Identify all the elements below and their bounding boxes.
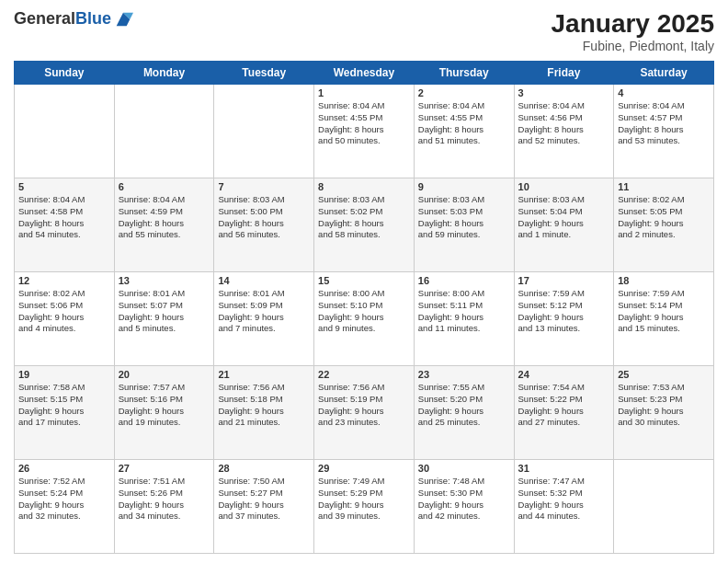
day-number: 17 (518, 275, 610, 286)
week-row-4: 26Sunrise: 7:52 AMSunset: 5:24 PMDayligh… (15, 460, 714, 554)
page: GeneralBlue January 2025 Fubine, Piedmon… (0, 0, 728, 563)
day-number: 27 (119, 463, 210, 474)
day-info: Sunrise: 8:00 AMSunset: 5:10 PMDaylight:… (318, 288, 410, 335)
day-header-saturday: Saturday (614, 62, 714, 85)
day-number: 29 (318, 463, 410, 474)
day-number: 9 (418, 181, 510, 192)
day-info: Sunrise: 8:01 AMSunset: 5:07 PMDaylight:… (119, 288, 210, 335)
calendar-cell: 24Sunrise: 7:54 AMSunset: 5:22 PMDayligh… (514, 366, 614, 460)
day-number: 13 (119, 275, 210, 286)
day-number: 21 (218, 369, 310, 380)
day-info: Sunrise: 7:54 AMSunset: 5:22 PMDaylight:… (518, 382, 610, 429)
day-number: 24 (518, 369, 610, 380)
calendar-cell: 5Sunrise: 8:04 AMSunset: 4:58 PMDaylight… (15, 178, 115, 272)
day-number: 4 (618, 87, 710, 98)
day-number: 7 (218, 181, 310, 192)
day-number: 20 (119, 369, 210, 380)
calendar-cell: 19Sunrise: 7:58 AMSunset: 5:15 PMDayligh… (15, 366, 115, 460)
logo-general-text: General (14, 9, 75, 28)
day-header-tuesday: Tuesday (214, 62, 314, 85)
logo: GeneralBlue (14, 9, 133, 29)
day-number: 28 (218, 463, 310, 474)
week-row-0: 1Sunrise: 8:04 AMSunset: 4:55 PMDaylight… (15, 85, 714, 178)
day-info: Sunrise: 8:00 AMSunset: 5:11 PMDaylight:… (418, 288, 510, 335)
day-number: 16 (418, 275, 510, 286)
day-info: Sunrise: 7:52 AMSunset: 5:24 PMDaylight:… (18, 476, 110, 523)
day-info: Sunrise: 7:58 AMSunset: 5:15 PMDaylight:… (18, 382, 110, 429)
calendar-cell: 26Sunrise: 7:52 AMSunset: 5:24 PMDayligh… (15, 460, 115, 554)
day-info: Sunrise: 8:04 AMSunset: 4:58 PMDaylight:… (18, 194, 110, 241)
day-number: 11 (618, 181, 710, 192)
calendar-cell (214, 85, 314, 178)
calendar-cell: 4Sunrise: 8:04 AMSunset: 4:57 PMDaylight… (614, 85, 714, 178)
day-info: Sunrise: 7:59 AMSunset: 5:12 PMDaylight:… (518, 288, 610, 335)
calendar-header-row: SundayMondayTuesdayWednesdayThursdayFrid… (15, 62, 714, 85)
day-info: Sunrise: 7:57 AMSunset: 5:16 PMDaylight:… (119, 382, 210, 429)
day-number: 19 (18, 369, 110, 380)
calendar-cell: 22Sunrise: 7:56 AMSunset: 5:19 PMDayligh… (314, 366, 415, 460)
calendar-cell: 30Sunrise: 7:48 AMSunset: 5:30 PMDayligh… (414, 460, 514, 554)
calendar-cell: 16Sunrise: 8:00 AMSunset: 5:11 PMDayligh… (414, 272, 514, 366)
calendar-cell: 14Sunrise: 8:01 AMSunset: 5:09 PMDayligh… (214, 272, 314, 366)
day-number: 15 (318, 275, 410, 286)
day-info: Sunrise: 7:56 AMSunset: 5:18 PMDaylight:… (218, 382, 310, 429)
calendar-cell: 23Sunrise: 7:55 AMSunset: 5:20 PMDayligh… (414, 366, 514, 460)
calendar-cell: 3Sunrise: 8:04 AMSunset: 4:56 PMDaylight… (514, 85, 614, 178)
week-row-3: 19Sunrise: 7:58 AMSunset: 5:15 PMDayligh… (15, 366, 714, 460)
day-info: Sunrise: 8:02 AMSunset: 5:06 PMDaylight:… (18, 288, 110, 335)
title-area: January 2025 Fubine, Piedmont, Italy (552, 9, 714, 53)
week-row-2: 12Sunrise: 8:02 AMSunset: 5:06 PMDayligh… (15, 272, 714, 366)
calendar-cell: 27Sunrise: 7:51 AMSunset: 5:26 PMDayligh… (114, 460, 214, 554)
calendar-cell: 25Sunrise: 7:53 AMSunset: 5:23 PMDayligh… (614, 366, 714, 460)
day-number: 6 (119, 181, 210, 192)
day-info: Sunrise: 8:04 AMSunset: 4:56 PMDaylight:… (518, 100, 610, 147)
logo-icon (113, 9, 133, 29)
calendar-cell: 28Sunrise: 7:50 AMSunset: 5:27 PMDayligh… (214, 460, 314, 554)
calendar-cell: 6Sunrise: 8:04 AMSunset: 4:59 PMDaylight… (114, 178, 214, 272)
day-info: Sunrise: 8:03 AMSunset: 5:00 PMDaylight:… (218, 194, 310, 241)
day-info: Sunrise: 7:51 AMSunset: 5:26 PMDaylight:… (119, 476, 210, 523)
day-header-monday: Monday (114, 62, 214, 85)
day-info: Sunrise: 7:50 AMSunset: 5:27 PMDaylight:… (218, 476, 310, 523)
calendar-cell: 17Sunrise: 7:59 AMSunset: 5:12 PMDayligh… (514, 272, 614, 366)
day-number: 3 (518, 87, 610, 98)
day-number: 18 (618, 275, 710, 286)
day-number: 22 (318, 369, 410, 380)
calendar-table: SundayMondayTuesdayWednesdayThursdayFrid… (14, 61, 714, 554)
day-info: Sunrise: 8:04 AMSunset: 4:59 PMDaylight:… (119, 194, 210, 241)
calendar-cell (614, 460, 714, 554)
day-header-sunday: Sunday (15, 62, 115, 85)
day-info: Sunrise: 8:01 AMSunset: 5:09 PMDaylight:… (218, 288, 310, 335)
day-header-wednesday: Wednesday (314, 62, 415, 85)
calendar-cell: 18Sunrise: 7:59 AMSunset: 5:14 PMDayligh… (614, 272, 714, 366)
day-info: Sunrise: 7:59 AMSunset: 5:14 PMDaylight:… (618, 288, 710, 335)
day-info: Sunrise: 8:03 AMSunset: 5:03 PMDaylight:… (418, 194, 510, 241)
day-number: 14 (218, 275, 310, 286)
calendar-cell: 8Sunrise: 8:03 AMSunset: 5:02 PMDaylight… (314, 178, 415, 272)
calendar-cell: 1Sunrise: 8:04 AMSunset: 4:55 PMDaylight… (314, 85, 415, 178)
calendar-cell: 15Sunrise: 8:00 AMSunset: 5:10 PMDayligh… (314, 272, 415, 366)
day-info: Sunrise: 7:49 AMSunset: 5:29 PMDaylight:… (318, 476, 410, 523)
header: GeneralBlue January 2025 Fubine, Piedmon… (14, 9, 714, 53)
day-info: Sunrise: 7:48 AMSunset: 5:30 PMDaylight:… (418, 476, 510, 523)
day-info: Sunrise: 7:47 AMSunset: 5:32 PMDaylight:… (518, 476, 610, 523)
subtitle: Fubine, Piedmont, Italy (552, 39, 714, 53)
calendar-cell: 29Sunrise: 7:49 AMSunset: 5:29 PMDayligh… (314, 460, 415, 554)
day-header-thursday: Thursday (414, 62, 514, 85)
day-header-friday: Friday (514, 62, 614, 85)
calendar-cell: 7Sunrise: 8:03 AMSunset: 5:00 PMDaylight… (214, 178, 314, 272)
day-number: 1 (318, 87, 410, 98)
day-info: Sunrise: 8:04 AMSunset: 4:55 PMDaylight:… (418, 100, 510, 147)
day-info: Sunrise: 8:03 AMSunset: 5:04 PMDaylight:… (518, 194, 610, 241)
day-info: Sunrise: 8:02 AMSunset: 5:05 PMDaylight:… (618, 194, 710, 241)
calendar-cell: 11Sunrise: 8:02 AMSunset: 5:05 PMDayligh… (614, 178, 714, 272)
day-info: Sunrise: 8:04 AMSunset: 4:55 PMDaylight:… (318, 100, 410, 147)
week-row-1: 5Sunrise: 8:04 AMSunset: 4:58 PMDaylight… (15, 178, 714, 272)
day-number: 12 (18, 275, 110, 286)
day-info: Sunrise: 7:56 AMSunset: 5:19 PMDaylight:… (318, 382, 410, 429)
calendar-cell (114, 85, 214, 178)
day-number: 2 (418, 87, 510, 98)
day-info: Sunrise: 7:53 AMSunset: 5:23 PMDaylight:… (618, 382, 710, 429)
day-number: 8 (318, 181, 410, 192)
day-number: 26 (18, 463, 110, 474)
